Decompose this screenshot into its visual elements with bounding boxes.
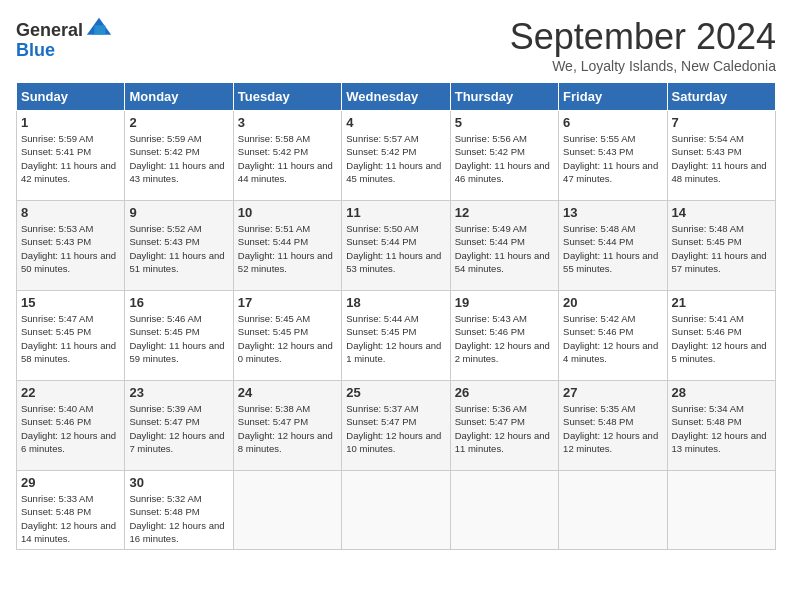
day-info: Sunrise: 5:42 AMSunset: 5:46 PMDaylight:… <box>563 312 662 365</box>
logo-general-text: General <box>16 20 83 41</box>
calendar-cell: 11Sunrise: 5:50 AMSunset: 5:44 PMDayligh… <box>342 201 450 291</box>
calendar-cell: 12Sunrise: 5:49 AMSunset: 5:44 PMDayligh… <box>450 201 558 291</box>
weekday-header-tuesday: Tuesday <box>233 83 341 111</box>
day-info: Sunrise: 5:56 AMSunset: 5:42 PMDaylight:… <box>455 132 554 185</box>
calendar-cell: 5Sunrise: 5:56 AMSunset: 5:42 PMDaylight… <box>450 111 558 201</box>
day-number: 20 <box>563 295 662 310</box>
day-number: 19 <box>455 295 554 310</box>
day-number: 17 <box>238 295 337 310</box>
calendar-cell <box>233 471 341 550</box>
day-info: Sunrise: 5:48 AMSunset: 5:45 PMDaylight:… <box>672 222 771 275</box>
calendar-cell: 6Sunrise: 5:55 AMSunset: 5:43 PMDaylight… <box>559 111 667 201</box>
day-number: 9 <box>129 205 228 220</box>
calendar: SundayMondayTuesdayWednesdayThursdayFrid… <box>16 82 776 550</box>
day-number: 15 <box>21 295 120 310</box>
calendar-cell: 7Sunrise: 5:54 AMSunset: 5:43 PMDaylight… <box>667 111 775 201</box>
day-info: Sunrise: 5:36 AMSunset: 5:47 PMDaylight:… <box>455 402 554 455</box>
logo-blue-text: Blue <box>16 40 55 60</box>
calendar-cell: 10Sunrise: 5:51 AMSunset: 5:44 PMDayligh… <box>233 201 341 291</box>
day-info: Sunrise: 5:57 AMSunset: 5:42 PMDaylight:… <box>346 132 445 185</box>
calendar-cell: 18Sunrise: 5:44 AMSunset: 5:45 PMDayligh… <box>342 291 450 381</box>
day-number: 16 <box>129 295 228 310</box>
calendar-cell: 24Sunrise: 5:38 AMSunset: 5:47 PMDayligh… <box>233 381 341 471</box>
weekday-header-saturday: Saturday <box>667 83 775 111</box>
calendar-cell: 9Sunrise: 5:52 AMSunset: 5:43 PMDaylight… <box>125 201 233 291</box>
day-number: 13 <box>563 205 662 220</box>
day-number: 1 <box>21 115 120 130</box>
calendar-cell: 19Sunrise: 5:43 AMSunset: 5:46 PMDayligh… <box>450 291 558 381</box>
month-title: September 2024 <box>510 16 776 58</box>
day-number: 24 <box>238 385 337 400</box>
calendar-cell: 16Sunrise: 5:46 AMSunset: 5:45 PMDayligh… <box>125 291 233 381</box>
calendar-cell: 1Sunrise: 5:59 AMSunset: 5:41 PMDaylight… <box>17 111 125 201</box>
day-number: 29 <box>21 475 120 490</box>
weekday-header-thursday: Thursday <box>450 83 558 111</box>
day-info: Sunrise: 5:54 AMSunset: 5:43 PMDaylight:… <box>672 132 771 185</box>
calendar-cell: 2Sunrise: 5:59 AMSunset: 5:42 PMDaylight… <box>125 111 233 201</box>
calendar-cell: 8Sunrise: 5:53 AMSunset: 5:43 PMDaylight… <box>17 201 125 291</box>
weekday-header-sunday: Sunday <box>17 83 125 111</box>
day-number: 23 <box>129 385 228 400</box>
day-info: Sunrise: 5:53 AMSunset: 5:43 PMDaylight:… <box>21 222 120 275</box>
day-number: 11 <box>346 205 445 220</box>
day-number: 18 <box>346 295 445 310</box>
day-number: 22 <box>21 385 120 400</box>
logo-icon <box>85 16 113 44</box>
day-info: Sunrise: 5:50 AMSunset: 5:44 PMDaylight:… <box>346 222 445 275</box>
day-number: 14 <box>672 205 771 220</box>
calendar-cell: 27Sunrise: 5:35 AMSunset: 5:48 PMDayligh… <box>559 381 667 471</box>
day-number: 12 <box>455 205 554 220</box>
calendar-cell <box>342 471 450 550</box>
calendar-cell: 20Sunrise: 5:42 AMSunset: 5:46 PMDayligh… <box>559 291 667 381</box>
day-info: Sunrise: 5:58 AMSunset: 5:42 PMDaylight:… <box>238 132 337 185</box>
day-info: Sunrise: 5:35 AMSunset: 5:48 PMDaylight:… <box>563 402 662 455</box>
svg-marker-1 <box>94 25 105 34</box>
day-info: Sunrise: 5:44 AMSunset: 5:45 PMDaylight:… <box>346 312 445 365</box>
day-number: 5 <box>455 115 554 130</box>
day-number: 3 <box>238 115 337 130</box>
calendar-cell: 17Sunrise: 5:45 AMSunset: 5:45 PMDayligh… <box>233 291 341 381</box>
day-info: Sunrise: 5:33 AMSunset: 5:48 PMDaylight:… <box>21 492 120 545</box>
day-info: Sunrise: 5:39 AMSunset: 5:47 PMDaylight:… <box>129 402 228 455</box>
day-info: Sunrise: 5:55 AMSunset: 5:43 PMDaylight:… <box>563 132 662 185</box>
location: We, Loyalty Islands, New Caledonia <box>510 58 776 74</box>
calendar-cell: 21Sunrise: 5:41 AMSunset: 5:46 PMDayligh… <box>667 291 775 381</box>
day-number: 25 <box>346 385 445 400</box>
day-info: Sunrise: 5:51 AMSunset: 5:44 PMDaylight:… <box>238 222 337 275</box>
title-section: September 2024 We, Loyalty Islands, New … <box>510 16 776 74</box>
day-info: Sunrise: 5:52 AMSunset: 5:43 PMDaylight:… <box>129 222 228 275</box>
weekday-header-friday: Friday <box>559 83 667 111</box>
day-number: 26 <box>455 385 554 400</box>
day-info: Sunrise: 5:32 AMSunset: 5:48 PMDaylight:… <box>129 492 228 545</box>
day-info: Sunrise: 5:48 AMSunset: 5:44 PMDaylight:… <box>563 222 662 275</box>
calendar-cell: 3Sunrise: 5:58 AMSunset: 5:42 PMDaylight… <box>233 111 341 201</box>
day-info: Sunrise: 5:43 AMSunset: 5:46 PMDaylight:… <box>455 312 554 365</box>
day-info: Sunrise: 5:37 AMSunset: 5:47 PMDaylight:… <box>346 402 445 455</box>
calendar-cell: 28Sunrise: 5:34 AMSunset: 5:48 PMDayligh… <box>667 381 775 471</box>
day-info: Sunrise: 5:49 AMSunset: 5:44 PMDaylight:… <box>455 222 554 275</box>
day-info: Sunrise: 5:46 AMSunset: 5:45 PMDaylight:… <box>129 312 228 365</box>
calendar-cell: 22Sunrise: 5:40 AMSunset: 5:46 PMDayligh… <box>17 381 125 471</box>
calendar-cell: 4Sunrise: 5:57 AMSunset: 5:42 PMDaylight… <box>342 111 450 201</box>
day-info: Sunrise: 5:59 AMSunset: 5:41 PMDaylight:… <box>21 132 120 185</box>
calendar-cell <box>450 471 558 550</box>
calendar-cell: 13Sunrise: 5:48 AMSunset: 5:44 PMDayligh… <box>559 201 667 291</box>
day-info: Sunrise: 5:41 AMSunset: 5:46 PMDaylight:… <box>672 312 771 365</box>
calendar-cell: 29Sunrise: 5:33 AMSunset: 5:48 PMDayligh… <box>17 471 125 550</box>
day-number: 2 <box>129 115 228 130</box>
day-number: 28 <box>672 385 771 400</box>
weekday-header-monday: Monday <box>125 83 233 111</box>
calendar-cell: 15Sunrise: 5:47 AMSunset: 5:45 PMDayligh… <box>17 291 125 381</box>
day-info: Sunrise: 5:47 AMSunset: 5:45 PMDaylight:… <box>21 312 120 365</box>
day-info: Sunrise: 5:38 AMSunset: 5:47 PMDaylight:… <box>238 402 337 455</box>
calendar-cell: 23Sunrise: 5:39 AMSunset: 5:47 PMDayligh… <box>125 381 233 471</box>
day-number: 4 <box>346 115 445 130</box>
day-info: Sunrise: 5:40 AMSunset: 5:46 PMDaylight:… <box>21 402 120 455</box>
day-number: 8 <box>21 205 120 220</box>
day-info: Sunrise: 5:34 AMSunset: 5:48 PMDaylight:… <box>672 402 771 455</box>
calendar-cell: 14Sunrise: 5:48 AMSunset: 5:45 PMDayligh… <box>667 201 775 291</box>
calendar-cell: 26Sunrise: 5:36 AMSunset: 5:47 PMDayligh… <box>450 381 558 471</box>
day-number: 6 <box>563 115 662 130</box>
calendar-cell: 30Sunrise: 5:32 AMSunset: 5:48 PMDayligh… <box>125 471 233 550</box>
calendar-cell <box>667 471 775 550</box>
